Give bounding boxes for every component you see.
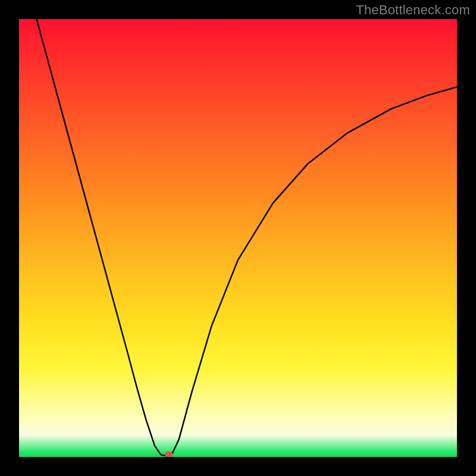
minimum-marker bbox=[165, 451, 173, 457]
watermark-text: TheBottleneck.com bbox=[356, 2, 470, 18]
plot-area bbox=[19, 19, 457, 457]
chart-frame: TheBottleneck.com bbox=[0, 0, 476, 476]
bottleneck-curve bbox=[36, 19, 457, 456]
curve-layer bbox=[19, 19, 457, 457]
